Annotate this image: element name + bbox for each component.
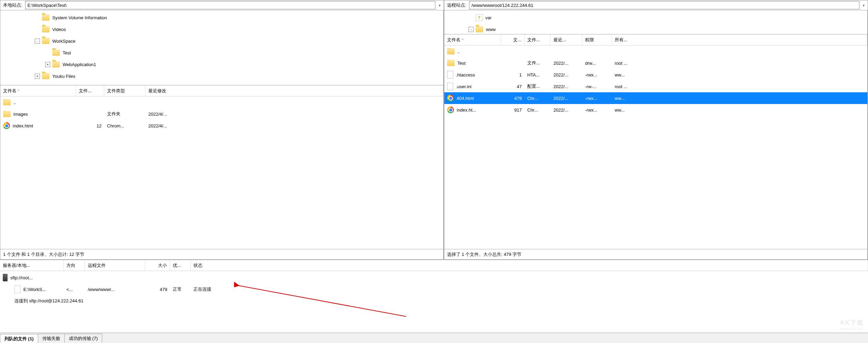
remote-list-row[interactable]: .htaccess1HTA...2022/...-rwx...ww... [444, 69, 867, 81]
remote-address-bar: 远程站点: ▾ [444, 0, 868, 10]
file-owner: root ... [612, 61, 867, 66]
file-name: .htaccess [456, 72, 475, 77]
file-type: HTA... [525, 72, 551, 77]
queue-row[interactable]: 连接到 sftp://root@124.222.244.61 [0, 295, 868, 307]
local-col-name[interactable]: 文件名^ [0, 85, 76, 96]
file-modified: 2022/... [551, 72, 582, 77]
file-owner: ww... [612, 72, 867, 77]
remote-address-input[interactable] [469, 1, 859, 9]
folder-icon [52, 61, 60, 67]
tree-item[interactable]: -www [444, 23, 867, 34]
queue-col-remote[interactable]: 远程文件 [85, 260, 145, 271]
folder-icon [52, 50, 60, 56]
file-permissions: -rw-... [582, 84, 612, 89]
local-col-size[interactable]: 文件... [76, 85, 104, 96]
local-address-input[interactable] [25, 1, 435, 9]
remote-col-modified[interactable]: 最近... [551, 34, 582, 45]
file-permissions: -rwx... [582, 107, 612, 113]
file-type: Chr... [525, 96, 551, 101]
folder-icon [3, 111, 11, 117]
local-col-modified[interactable]: 最近修改 [146, 85, 443, 96]
local-list-row[interactable]: .. [0, 96, 443, 108]
queue-server: sftp://root... [10, 275, 33, 280]
queue-body[interactable]: sftp://root...E:\WorkS...<.../www/wwwr..… [0, 271, 868, 333]
expand-toggle-icon[interactable]: - [35, 39, 40, 44]
tree-item[interactable]: -WorkSpace [0, 35, 443, 47]
tab-failed-transfers[interactable]: 传输失败 [38, 334, 65, 343]
tree-item-label: System Volume Information [52, 15, 107, 20]
remote-col-type[interactable]: 文件... [525, 34, 551, 45]
remote-col-name[interactable]: 文件名^ [444, 34, 501, 45]
remote-list-row[interactable]: .. [444, 45, 867, 57]
folder-icon [42, 38, 50, 44]
tree-item-label: var [485, 15, 491, 20]
file-name: images [13, 112, 28, 117]
expand-toggle-icon[interactable]: - [468, 27, 474, 32]
file-permissions: drw... [582, 61, 612, 66]
remote-tree[interactable]: ?var-www [444, 10, 868, 34]
remote-list-row[interactable]: Test文件...2022/...drw...root ... [444, 57, 867, 69]
queue-row[interactable]: E:\WorkS...<.../www/wwwr...479正常正在连接 [0, 283, 868, 295]
local-list-header: 文件名^ 文件... 文件类型 最近修改 [0, 85, 443, 96]
remote-address-dropdown-icon[interactable]: ▾ [859, 3, 868, 7]
queue-local-file: E:\WorkS... [23, 287, 46, 292]
file-size: 1 [501, 72, 525, 77]
folder-icon [3, 99, 11, 105]
queue-tabs: 列队的文件 (1) 传输失败 成功的传输 (7) [0, 333, 868, 343]
queue-priority: 正常 [170, 286, 191, 292]
file-name: .. [13, 100, 16, 105]
tree-item[interactable]: +Youku Files [0, 70, 443, 82]
sort-asc-icon: ^ [462, 38, 463, 42]
remote-status-bar: 选择了 1 个文件。大小总共: 479 字节 [444, 249, 868, 260]
file-type: Chr... [525, 107, 551, 113]
tree-item[interactable]: Videos [0, 23, 443, 35]
queue-col-server[interactable]: 服务器/本地... [0, 260, 64, 271]
expand-toggle-icon[interactable]: + [45, 62, 50, 67]
remote-col-permissions[interactable]: 权限 [582, 34, 612, 45]
folder-icon [42, 14, 50, 21]
file-name: Test [457, 61, 466, 66]
file-owner: root ... [612, 84, 867, 89]
unknown-icon: ? [476, 14, 483, 21]
remote-col-size[interactable]: 文... [501, 34, 525, 45]
remote-col-owner[interactable]: 所有... [612, 34, 867, 45]
folder-icon [42, 26, 50, 32]
queue-size: 479 [145, 287, 170, 292]
file-type: 文件... [525, 60, 551, 66]
local-list-row[interactable]: index.html12Chrom...2022/4/... [0, 120, 443, 132]
file-permissions: -rwx... [582, 72, 612, 77]
expand-toggle-icon[interactable]: + [35, 74, 40, 79]
remote-list-row[interactable]: 404.html479Chr...2022/...-rwx...ww... [444, 92, 867, 104]
queue-pane: 服务器/本地... 方向 远程文件 大小 优... 状态 sftp://root… [0, 260, 868, 343]
tree-item-label: Videos [52, 27, 66, 32]
sort-asc-icon: ^ [18, 89, 19, 93]
tree-item[interactable]: ?var [444, 12, 867, 23]
file-modified: 2022/... [551, 107, 582, 113]
tree-item[interactable]: +WebApplication1 [0, 59, 443, 70]
file-modified: 2022/... [551, 84, 582, 89]
local-list-row[interactable]: images文件夹2022/4/... [0, 108, 443, 120]
chrome-icon [3, 122, 10, 129]
queue-row[interactable]: sftp://root... [0, 272, 868, 283]
file-name: .user.ini [456, 84, 472, 89]
remote-address-label: 远程站点: [444, 2, 468, 8]
tab-successful-transfers[interactable]: 成功的传输 (7) [64, 334, 103, 343]
tree-item[interactable]: Test [0, 47, 443, 59]
queue-col-status[interactable]: 状态 [191, 260, 868, 271]
remote-list-row[interactable]: index.ht...917Chr...2022/...-rwx...ww... [444, 104, 867, 116]
queue-col-direction[interactable]: 方向 [64, 260, 85, 271]
file-owner: ww... [612, 107, 867, 113]
remote-list-row[interactable]: .user.ini47配置...2022/...-rw-...root ... [444, 81, 867, 92]
tab-queued-files[interactable]: 列队的文件 (1) [0, 334, 38, 343]
page-icon [14, 285, 21, 293]
local-tree[interactable]: System Volume InformationVideos-WorkSpac… [0, 10, 444, 85]
tree-item[interactable]: System Volume Information [0, 12, 443, 23]
queue-col-size[interactable]: 大小 [145, 260, 170, 271]
local-address-dropdown-icon[interactable]: ▾ [435, 3, 444, 7]
remote-file-list: 文件名^ 文... 文件... 最近... 权限 所有... ..Test文件.… [444, 34, 868, 249]
queue-col-priority[interactable]: 优... [170, 260, 191, 271]
remote-list-header: 文件名^ 文... 文件... 最近... 权限 所有... [444, 34, 867, 45]
local-address-bar: 本地站点: ▾ [0, 0, 444, 10]
file-modified: 2022/4/... [146, 123, 443, 128]
local-col-type[interactable]: 文件类型 [104, 85, 146, 96]
